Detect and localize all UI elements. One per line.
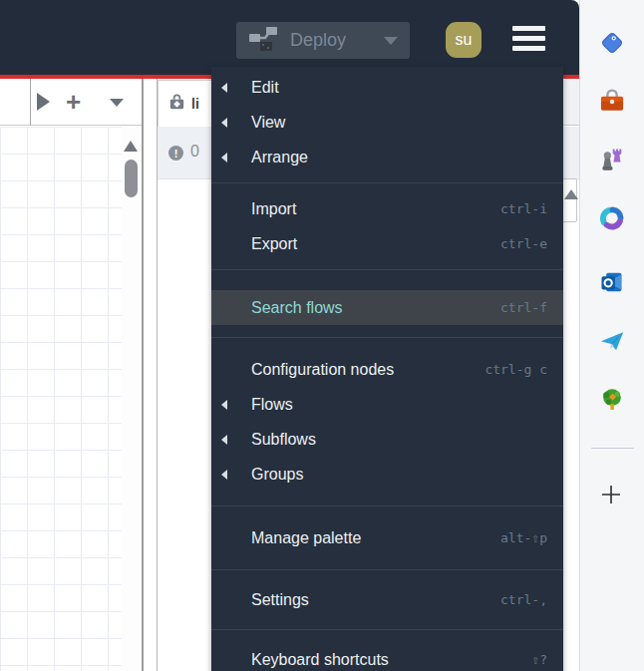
menu-item-label: Flows <box>251 396 293 414</box>
telegram-icon[interactable] <box>598 327 626 355</box>
menu-item-label: Edit <box>251 79 279 97</box>
menu-group: Configuration nodesctrl-g cFlowsSubflows… <box>211 338 563 505</box>
menu-item-shortcut: ctrl-f <box>500 300 547 315</box>
sidebar-scroll-up-icon[interactable] <box>564 189 578 199</box>
menu-item-label: Settings <box>251 591 309 609</box>
submenu-arrow-icon <box>221 83 227 93</box>
menu-group: Search flowsctrl-f <box>211 270 563 337</box>
menu-group: Importctrl-iExportctrl-e <box>211 183 563 269</box>
menu-item-groups[interactable]: Groups <box>211 457 563 492</box>
node-red-page: Deploy su + <box>0 0 579 671</box>
issues-badge-icon: ! <box>168 146 183 161</box>
workspace-tabbar: + <box>0 79 142 126</box>
menu-item-edit[interactable]: Edit <box>211 70 563 105</box>
menu-item-arrange[interactable]: Arrange <box>211 140 563 174</box>
browser-sidebar <box>579 0 644 671</box>
submenu-arrow-icon <box>221 153 227 163</box>
menu-item-subflows[interactable]: Subflows <box>211 422 563 457</box>
menu-item-flows[interactable]: Flows <box>211 387 563 422</box>
hamburger-icon <box>512 26 545 31</box>
menu-group: Keyboard shortcuts⇧? <box>211 630 563 671</box>
hamburger-icon <box>512 46 545 51</box>
menu-group: Manage palettealt-⇧p <box>211 506 563 569</box>
menu-item-label: Arrange <box>251 149 308 167</box>
toolbox-icon[interactable] <box>598 88 626 116</box>
flow-canvas[interactable] <box>0 127 122 671</box>
menu-item-label: Import <box>251 200 296 218</box>
menu-item-shortcut: ctrl-g c <box>484 362 547 377</box>
sidebar-divider <box>591 448 634 449</box>
chess-icon[interactable] <box>598 146 626 173</box>
app-header: Deploy su <box>0 0 579 75</box>
menu-item-keyboard-shortcuts[interactable]: Keyboard shortcuts⇧? <box>211 642 563 671</box>
menu-group: EditViewArrange <box>211 67 563 182</box>
hamburger-icon <box>512 36 545 41</box>
menu-item-shortcut: ctrl-i <box>500 201 547 216</box>
add-flow-icon[interactable]: + <box>66 87 81 118</box>
menu-item-shortcut: ctrl-, <box>500 592 547 607</box>
main-menu-button[interactable] <box>512 26 545 55</box>
menu-item-label: Configuration nodes <box>251 361 394 379</box>
menu-item-label: Export <box>251 235 297 253</box>
menu-item-configuration-nodes[interactable]: Configuration nodesctrl-g c <box>211 352 563 387</box>
canvas-scrollbar-track[interactable] <box>122 127 142 671</box>
menu-item-export[interactable]: Exportctrl-e <box>211 226 563 261</box>
first-aid-kit-icon <box>167 93 186 116</box>
submenu-arrow-icon <box>221 118 227 128</box>
deploy-button[interactable]: Deploy <box>236 22 410 59</box>
flow-list-icon[interactable] <box>110 99 124 107</box>
menu-item-label: View <box>251 114 285 132</box>
user-avatar[interactable]: su <box>446 22 482 58</box>
menu-group: Settingsctrl-, <box>211 570 563 629</box>
menu-item-label: Manage palette <box>251 529 361 547</box>
deploy-button-label: Deploy <box>290 30 346 51</box>
screen: Deploy su + <box>0 0 644 671</box>
scroll-up-arrow-icon[interactable] <box>124 141 138 152</box>
submenu-arrow-icon <box>221 435 227 445</box>
menu-item-label: Keyboard shortcuts <box>251 651 389 669</box>
scroll-right-icon[interactable] <box>37 93 50 111</box>
menu-item-search-flows[interactable]: Search flowsctrl-f <box>211 290 563 325</box>
submenu-arrow-icon <box>221 400 227 410</box>
canvas-scrollbar-thumb[interactable] <box>125 160 138 197</box>
deploy-options-caret-icon[interactable] <box>384 37 398 45</box>
outlook-icon[interactable] <box>598 268 626 296</box>
tabbar-divider <box>30 79 31 126</box>
menu-item-shortcut: ⇧? <box>531 652 547 667</box>
deploy-icon <box>248 26 278 56</box>
menu-item-view[interactable]: View <box>211 105 563 140</box>
customize-sidebar-plus-icon[interactable] <box>600 484 622 505</box>
menu-item-shortcut: ctrl-e <box>500 236 547 251</box>
main-menu: EditViewArrangeImportctrl-iExportctrl-eS… <box>211 67 563 671</box>
tag-icon[interactable] <box>598 29 626 57</box>
menu-item-shortcut: alt-⇧p <box>500 530 547 545</box>
menu-item-label: Groups <box>251 466 303 484</box>
menu-item-label: Search flows <box>251 299 343 317</box>
menu-item-settings[interactable]: Settingsctrl-, <box>211 582 563 617</box>
microsoft-365-icon[interactable] <box>598 204 626 232</box>
tree-icon[interactable] <box>598 386 626 414</box>
menu-item-manage-palette[interactable]: Manage palettealt-⇧p <box>211 520 563 555</box>
sidebar-tab-label: li <box>191 96 199 112</box>
menu-item-import[interactable]: Importctrl-i <box>211 191 563 226</box>
submenu-arrow-icon <box>221 470 227 480</box>
workspace: + <box>0 79 144 671</box>
issues-count: 0 <box>190 143 199 161</box>
menu-item-label: Subflows <box>251 431 316 449</box>
